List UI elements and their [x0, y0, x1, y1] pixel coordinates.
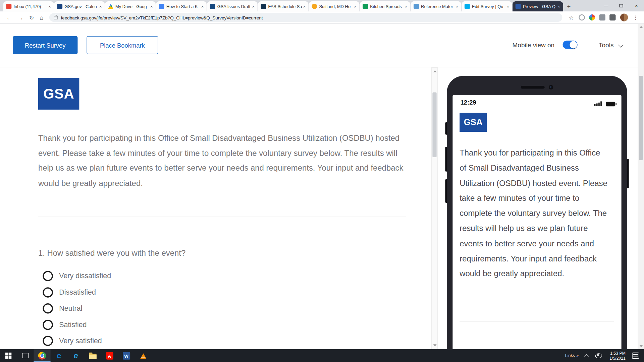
radio-button[interactable] — [43, 336, 53, 346]
home-icon[interactable]: ⌂ — [40, 14, 43, 20]
taskbar-vlc[interactable] — [135, 349, 152, 362]
minimize-button[interactable] — [598, 0, 613, 11]
tab-title: Kitchen Spreads — [370, 4, 404, 9]
chevron-down-icon[interactable] — [618, 42, 624, 48]
radio-option[interactable]: Very satisfied — [43, 333, 111, 349]
tab-preview-gsa[interactable]: Preview - GSA Q × — [513, 1, 563, 12]
google-drive-icon — [108, 4, 113, 9]
tab-close-icon[interactable]: × — [456, 4, 459, 9]
phone-speaker — [521, 86, 545, 89]
url-bar[interactable]: feedback.gsa.gov/jfe/preview/SV_em2vTkE2… — [49, 13, 562, 22]
tab-close-icon[interactable]: × — [354, 4, 357, 9]
new-tab-button[interactable]: + — [564, 1, 574, 12]
google-sheets-icon — [363, 4, 368, 9]
tab-close-icon[interactable]: × — [252, 4, 255, 9]
scrollbar-thumb[interactable] — [639, 76, 643, 160]
scroll-up-icon[interactable] — [433, 70, 436, 72]
radio-button[interactable] — [43, 320, 53, 330]
scrollbar-thumb[interactable] — [432, 93, 436, 157]
action-center-icon[interactable] — [632, 353, 639, 359]
tab-title: Edit Survey | Qu — [472, 4, 505, 9]
scroll-down-icon[interactable] — [640, 345, 643, 347]
phone-side-button — [445, 147, 447, 171]
gsa-icon — [516, 4, 521, 9]
tab-title: How to Start a K — [166, 4, 200, 9]
bookmark-star-icon[interactable]: ☆ — [569, 14, 574, 20]
tab-close-icon[interactable]: × — [48, 4, 51, 9]
tab-close-icon[interactable]: × — [557, 4, 560, 9]
tab-edit-survey[interactable]: Edit Survey | Qu × — [462, 1, 512, 12]
tab-title: My Drive - Goog — [115, 4, 149, 9]
tab-suitland-weather[interactable]: Suitland, MD Ho × — [309, 1, 360, 12]
scroll-down-icon[interactable] — [433, 344, 436, 346]
extension-icon[interactable] — [579, 14, 585, 20]
tab-reference-materials[interactable]: Reference Mater × — [411, 1, 461, 12]
tab-close-icon[interactable]: × — [150, 4, 153, 9]
page-scrollbar[interactable] — [638, 24, 644, 349]
taskbar-file-explorer[interactable] — [84, 349, 101, 362]
signal-bars-icon — [594, 101, 602, 106]
close-window-button[interactable]: × — [629, 0, 644, 11]
tab-how-to-start[interactable]: How to Start a K × — [156, 1, 207, 12]
radio-button[interactable] — [43, 287, 53, 298]
phone-camera — [549, 85, 553, 89]
tab-close-icon[interactable]: × — [506, 4, 509, 9]
fas-icon — [261, 4, 266, 9]
tab-inbox[interactable]: Inbox (11,470) - × — [3, 1, 54, 12]
tab-list: Inbox (11,470) - × GSA.gov - Calen × My … — [3, 1, 574, 12]
tab-close-icon[interactable]: × — [303, 4, 306, 9]
radio-button[interactable] — [43, 303, 53, 314]
profile-avatar[interactable] — [620, 13, 628, 21]
tools-menu[interactable]: Tools — [599, 42, 613, 49]
start-button[interactable] — [0, 349, 17, 362]
restart-survey-button[interactable]: Restart Survey — [13, 36, 77, 54]
radio-option[interactable]: Satisfied — [43, 317, 111, 333]
radio-button[interactable] — [43, 271, 53, 281]
eye-icon[interactable] — [595, 353, 602, 358]
tab-title: Inbox (11,470) - — [13, 4, 47, 9]
taskbar-internet-explorer[interactable] — [67, 349, 84, 362]
place-bookmark-button[interactable]: Place Bookmark — [87, 36, 158, 54]
lock-icon — [54, 16, 58, 19]
radio-label: Very satisfied — [59, 337, 102, 345]
tab-gsa-issues[interactable]: GSA Issues Draft × — [207, 1, 258, 12]
extensions-puzzle-icon[interactable] — [609, 14, 615, 20]
taskbar-acrobat[interactable] — [101, 349, 118, 362]
radio-option[interactable]: Neutral — [43, 300, 111, 316]
radio-option[interactable]: Dissatisfied — [43, 284, 111, 300]
task-view-button[interactable] — [17, 349, 34, 362]
vlc-icon — [140, 353, 147, 359]
show-hidden-icons-chevron[interactable] — [584, 354, 589, 359]
back-icon[interactable]: ← — [6, 14, 12, 20]
mobile-view-label: Mobile view on — [513, 42, 555, 49]
tab-gsa-calendar[interactable]: GSA.gov - Calen × — [54, 1, 105, 12]
refresh-icon[interactable]: ↻ — [29, 14, 34, 20]
radio-option[interactable]: Very dissatisfied — [43, 268, 111, 284]
tab-my-drive[interactable]: My Drive - Goog × — [105, 1, 156, 12]
survey-scrollbar[interactable] — [431, 67, 438, 349]
extension-icon[interactable] — [589, 14, 595, 20]
survey-divider-mobile — [460, 321, 614, 321]
tab-close-icon[interactable]: × — [405, 4, 408, 9]
chrome-icon — [38, 352, 46, 359]
scroll-up-icon[interactable] — [640, 26, 643, 28]
taskbar-chrome[interactable] — [34, 349, 50, 362]
phone-screen: 12:29 GSA Thank you for participating in… — [452, 95, 621, 349]
extension-icon[interactable] — [599, 14, 605, 20]
maximize-button[interactable] — [613, 0, 629, 11]
menu-icon[interactable]: ⋮ — [633, 14, 638, 20]
taskbar-date: 1/5/2021 — [609, 356, 626, 361]
tab-close-icon[interactable]: × — [99, 4, 102, 9]
tab-fas-schedule[interactable]: FAS Schedule Sa × — [258, 1, 309, 12]
forward-icon[interactable]: → — [18, 14, 23, 20]
acrobat-icon — [106, 352, 113, 359]
tab-kitchen-spreadsheet[interactable]: Kitchen Spreads × — [360, 1, 411, 12]
tab-title: FAS Schedule Sa — [268, 4, 302, 9]
mobile-view-toggle[interactable] — [563, 41, 578, 49]
links-toolbar[interactable]: Links — [565, 353, 579, 358]
taskbar-word[interactable] — [118, 349, 135, 362]
taskbar-time: 1:53 PM — [609, 351, 626, 356]
taskbar-clock[interactable]: 1:53 PM 1/5/2021 — [609, 351, 626, 360]
taskbar-edge[interactable] — [51, 349, 67, 362]
tab-close-icon[interactable]: × — [201, 4, 204, 9]
